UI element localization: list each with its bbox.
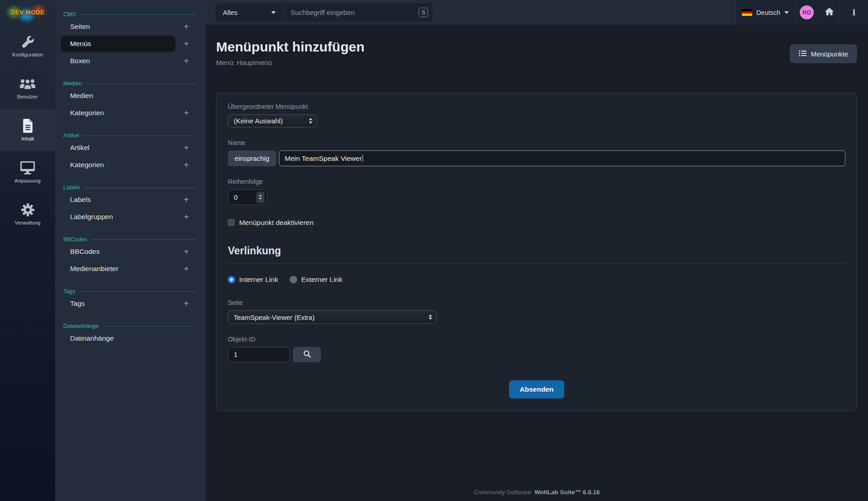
section-divider-line: [80, 291, 196, 292]
sidebar-item-bbcodes-medienanbieter[interactable]: Medienanbieter+: [55, 260, 206, 277]
parent-menu-item-label: Übergeordneter Menüpunkt: [228, 103, 845, 111]
sidebar-item-artikel-artikel[interactable]: Artikel+: [55, 139, 206, 156]
sidebar-item-tags-tags[interactable]: Tags+: [55, 295, 206, 312]
parent-menu-item-value: (Keine Auswahl): [234, 117, 283, 125]
page-header: Menüpunkt hinzufügen Menü: Hauptmenü: [216, 25, 857, 93]
section-divider-line: [86, 84, 196, 84]
sidebar-item-cms-menus[interactable]: Menüs+: [55, 35, 206, 52]
internal-link-option[interactable]: Interner Link: [228, 276, 278, 284]
disable-menu-item-option[interactable]: Menüpunkt deaktivieren: [228, 219, 845, 226]
sidebar-item-label: Dateianhänge: [70, 334, 190, 342]
sidebar-item-medien-medien[interactable]: Medien: [55, 87, 206, 104]
frontend-link[interactable]: [818, 0, 840, 25]
sidebar-section-title-artikel: Artikel: [55, 132, 206, 139]
system-info-button[interactable]: [840, 0, 868, 25]
list-icon: [799, 50, 807, 58]
page-select[interactable]: TeamSpeak-Viewer (Extra): [228, 310, 437, 324]
users-icon: [19, 76, 36, 91]
sidebar-item-dateianhange-dateianhange[interactable]: Dateianhänge: [55, 330, 206, 347]
sidebar-item-labels-labelgruppen[interactable]: Labelgruppen+: [55, 208, 206, 225]
external-link-label: Externer Link: [301, 276, 342, 284]
chevron-down-icon: [784, 11, 789, 14]
section-divider-line: [84, 136, 196, 136]
shortcut-key-badge: S: [419, 8, 428, 17]
number-stepper[interactable]: [256, 192, 264, 203]
sidebar-item-artikel-kategorien[interactable]: Kategorien+: [55, 156, 206, 173]
language-switcher[interactable]: Deutsch: [736, 0, 795, 25]
chevron-down-icon: [271, 11, 276, 14]
nav-label: Benutzer: [17, 94, 38, 99]
sidebar-item-label: Artikel: [70, 144, 183, 152]
copyright-footer: Community-Software:WoltLab Suite™ 6.0.16: [206, 489, 868, 496]
search-scope-select[interactable]: Alles: [216, 3, 283, 22]
search-input[interactable]: [283, 9, 433, 16]
section-divider-line: [92, 239, 196, 240]
info-icon: [853, 8, 856, 17]
external-link-option[interactable]: Externer Link: [290, 276, 342, 284]
nav-item-verwaltung[interactable]: Verwaltung: [0, 193, 55, 235]
add-icon[interactable]: +: [183, 300, 190, 307]
radio-unselected-icon[interactable]: [290, 276, 297, 283]
sidebar-section-title-cms: CMS: [55, 11, 206, 18]
nav-item-inhalt[interactable]: Inhalt: [0, 109, 55, 151]
name-label: Name: [228, 139, 845, 147]
object-id-row: 1: [228, 347, 845, 362]
nav-item-konfiguration[interactable]: Konfiguration: [0, 25, 55, 67]
parent-menu-item-select[interactable]: (Keine Auswahl): [228, 114, 317, 127]
order-label: Reihenfolge: [228, 178, 845, 186]
object-id-input[interactable]: 1: [228, 347, 290, 362]
checkbox[interactable]: [228, 219, 235, 226]
sidebar-item-cms-boxen[interactable]: Boxen+: [55, 52, 206, 70]
sidebar-item-bbcodes-bbcodes[interactable]: BBCodes+: [55, 243, 206, 260]
add-icon[interactable]: +: [183, 40, 190, 47]
topbar-right-group: Deutsch RO: [736, 0, 868, 25]
sidebar-item-labels-labels[interactable]: Labels+: [55, 191, 206, 208]
add-icon[interactable]: +: [183, 109, 190, 117]
nav-item-anpassung[interactable]: Anpassung: [0, 151, 55, 193]
add-icon[interactable]: +: [183, 196, 190, 203]
cms-sidebar: CMSSeiten+Menüs+Boxen+MedienMedienKatego…: [55, 0, 206, 501]
footer-product: WoltLab Suite™ 6.0.16: [534, 489, 600, 496]
add-icon[interactable]: +: [183, 57, 190, 65]
sidebar-item-label: Medienanbieter: [70, 265, 183, 273]
sidebar-item-cms-seiten[interactable]: Seiten+: [55, 18, 206, 35]
object-id-value: 1: [234, 351, 238, 359]
main-area: Alles S Deutsch RO: [206, 0, 868, 501]
link-type-radio-group: Interner Link Externer Link: [228, 276, 845, 284]
monolingual-badge: einsprachig: [228, 150, 276, 166]
monitor-icon: [20, 160, 35, 175]
section-divider-line: [85, 187, 196, 188]
wrench-icon: [21, 34, 35, 49]
avatar: RO: [800, 5, 814, 19]
add-icon[interactable]: +: [183, 144, 190, 151]
radio-selected-icon[interactable]: [228, 276, 235, 283]
sidebar-item-label: Tags: [70, 300, 183, 308]
content: Menüpunkt hinzufügen Menü: Hauptmenü: [206, 25, 868, 501]
acp-search: Alles S: [216, 3, 433, 22]
user-menu[interactable]: RO: [795, 0, 818, 25]
nav-item-benutzer[interactable]: Benutzer: [0, 67, 55, 109]
sidebar-item-medien-kategorien[interactable]: Kategorien+: [55, 104, 206, 122]
add-icon[interactable]: +: [183, 23, 190, 30]
section-divider-line: [103, 326, 196, 327]
sidebar-item-label: Kategorien: [70, 109, 183, 117]
menu-items-button[interactable]: Menüpunkte: [790, 44, 857, 63]
dev-mode-logo[interactable]: DEV MODE: [0, 0, 55, 25]
nav-label: Anpassung: [14, 178, 41, 183]
name-input-value: Mein TeamSpeak Viewer: [285, 155, 362, 163]
select-arrows-icon: [429, 314, 432, 320]
footer-prefix: Community-Software:: [474, 489, 533, 496]
object-search-button[interactable]: [293, 347, 321, 362]
search-icon: [303, 350, 311, 359]
add-icon[interactable]: +: [183, 248, 190, 255]
sidebar-section-title-bbcodes: BBCodes: [55, 236, 206, 243]
order-input[interactable]: 0: [228, 189, 267, 205]
submit-button[interactable]: Absenden: [509, 380, 565, 398]
add-icon[interactable]: +: [183, 265, 190, 272]
add-icon[interactable]: +: [183, 161, 190, 169]
add-icon[interactable]: +: [183, 213, 190, 220]
page-title: Menüpunkt hinzufügen: [216, 38, 364, 56]
name-input[interactable]: Mein TeamSpeak Viewer: [279, 150, 845, 166]
linking-section-title: Verlinkung: [228, 244, 845, 257]
search-field: S: [283, 3, 433, 22]
